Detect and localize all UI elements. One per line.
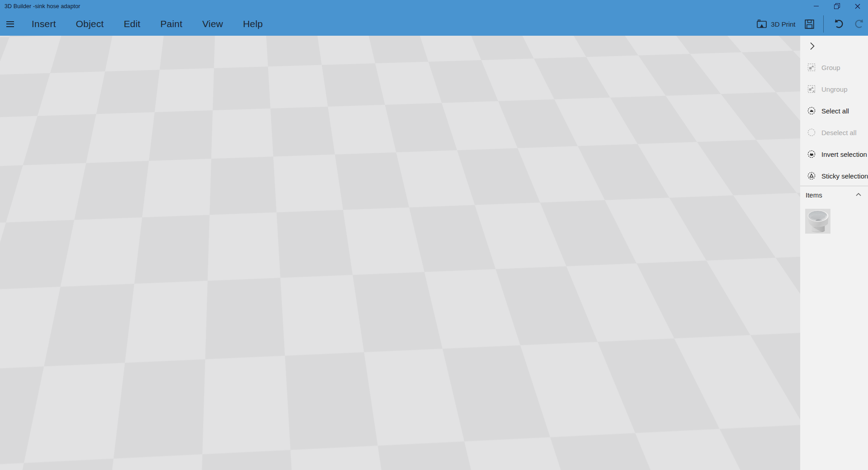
items-title: Items: [800, 191, 822, 199]
action-label: Sticky selection: [821, 172, 868, 180]
hamburger-icon: [6, 21, 14, 22]
sticky-selection-button[interactable]: Sticky selection: [800, 165, 868, 187]
printer-3d-icon: [757, 19, 767, 28]
3d-print-button[interactable]: 3D Print: [757, 19, 795, 28]
3d-builder-window: 3D Builder -sink hose adaptor Insert Obj…: [0, 0, 868, 470]
hamburger-menu-button[interactable]: [0, 12, 20, 36]
group-shapes-icon: [807, 63, 816, 71]
menu-bar: Insert Object Edit Paint View Help 3D Pr…: [0, 12, 868, 36]
dashed-circle-shapes-icon: [807, 107, 816, 115]
dashed-circle-icon: [807, 128, 816, 136]
action-label: Deselect all: [821, 129, 857, 136]
minimize-button[interactable]: [806, 0, 826, 12]
3d-viewport-canvas[interactable]: 50 mm: [0, 36, 800, 470]
main-menu: Insert Object Edit Paint View Help: [20, 19, 263, 29]
item-thumbnail[interactable]: [805, 209, 830, 234]
action-label: Group: [821, 64, 840, 71]
titlebar: 3D Builder -sink hose adaptor: [0, 0, 868, 12]
items-collapse-button[interactable]: [853, 189, 864, 201]
panel-expand-button[interactable]: [806, 40, 819, 53]
chevron-right-icon: [808, 41, 817, 51]
restore-icon: [834, 3, 840, 9]
main-area: 50 mm Group: [0, 36, 868, 470]
save-button[interactable]: [805, 19, 814, 29]
menu-item-help[interactable]: Help: [243, 19, 263, 29]
dashed-circle-inverted-icon: [807, 150, 816, 158]
action-label: Invert selection: [821, 150, 867, 158]
redo-button[interactable]: [854, 18, 865, 30]
invert-selection-button[interactable]: Invert selection: [800, 143, 868, 165]
selection-panel: Group Ungroup Select: [800, 36, 868, 470]
deselect-all-button[interactable]: Deselect all: [800, 122, 868, 143]
3d-print-label: 3D Print: [771, 20, 795, 28]
menu-item-paint[interactable]: Paint: [160, 19, 183, 29]
close-icon: [854, 3, 861, 9]
selection-actions: Group Ungroup Select: [800, 56, 868, 187]
restore-button[interactable]: [826, 0, 847, 12]
minimize-icon: [814, 6, 819, 6]
redo-arrow-icon: [854, 18, 865, 30]
close-button[interactable]: [847, 0, 868, 12]
undo-arrow-icon: [833, 18, 844, 30]
menu-item-edit[interactable]: Edit: [124, 19, 141, 29]
top-toolbar: 3D Print: [757, 12, 865, 36]
action-label: Select all: [821, 107, 849, 115]
dashed-circle-triangle-icon: [807, 172, 816, 180]
ungroup-shapes-icon: [807, 85, 816, 93]
select-all-button[interactable]: Select all: [800, 100, 868, 122]
window-controls: [806, 0, 868, 12]
items-section-header: Items: [800, 188, 868, 202]
action-label: Ungroup: [821, 85, 848, 93]
window-title: 3D Builder -sink hose adaptor: [0, 3, 80, 9]
chevron-up-icon: [854, 191, 863, 199]
item-thumbnail-preview: [806, 210, 830, 233]
floppy-save-icon: [805, 19, 814, 29]
ungroup-button[interactable]: Ungroup: [800, 78, 868, 100]
toolbar-separator: [823, 15, 824, 33]
menu-item-view[interactable]: View: [203, 19, 223, 29]
menu-item-insert[interactable]: Insert: [32, 19, 56, 29]
group-button[interactable]: Group: [800, 56, 868, 78]
undo-button[interactable]: [833, 18, 844, 30]
panel-divider: [800, 186, 868, 186]
menu-item-object[interactable]: Object: [76, 19, 104, 29]
